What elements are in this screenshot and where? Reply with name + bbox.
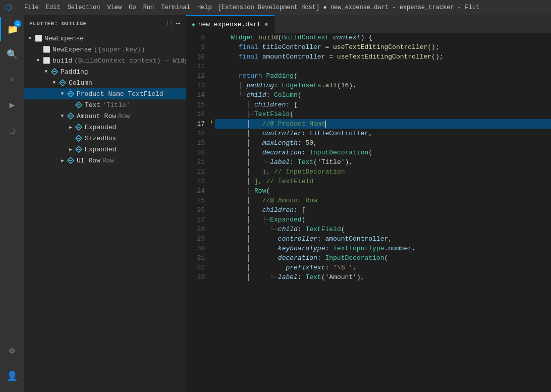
token: label <box>270 157 290 167</box>
sidebar-header-icons[interactable]: □ ⋯ <box>168 19 181 28</box>
tree-icon-6 <box>75 101 83 109</box>
token: : <box>302 129 310 138</box>
token: │ <box>239 225 270 234</box>
menu-item-selection[interactable]: Selection <box>68 4 100 11</box>
token: , <box>388 234 392 244</box>
token: , <box>313 138 317 148</box>
menu-item-go[interactable]: Go <box>129 4 136 11</box>
account-icon: 👤 <box>7 370 18 381</box>
tree-arrow-0[interactable]: ▶ <box>26 34 34 42</box>
sidebar-more-icon[interactable]: ⋯ <box>176 19 181 28</box>
token: prefixText <box>286 263 325 272</box>
line-num-16: 16 <box>188 109 205 119</box>
tree-label-0: NewExpense <box>44 35 84 42</box>
token: ( <box>368 148 372 157</box>
tree-icon-7 <box>67 112 75 120</box>
code-line-28: │ └─child: TextField( <box>215 225 551 234</box>
tree-item-6[interactable]: ▶Text'Title' <box>24 99 186 110</box>
token <box>215 196 239 205</box>
tree-item-3[interactable]: ▶Padding <box>24 66 186 77</box>
tree-item-0[interactable]: ▶⬜NewExpense <box>24 33 186 44</box>
tree-icon-11 <box>67 156 75 164</box>
token: ( <box>278 33 282 42</box>
token: titleController <box>262 42 325 52</box>
tree-item-1[interactable]: ▶⬜NewExpense({super.key}) <box>24 44 186 55</box>
token: 50 <box>305 138 313 148</box>
code-line-25: │ //@ Amount Row <box>215 196 551 205</box>
token: number <box>388 244 412 253</box>
vscode-icon: ⬡ <box>5 3 12 13</box>
activity-extensions[interactable]: ❏ <box>0 118 24 142</box>
activity-scm[interactable]: ⚛ <box>0 68 24 92</box>
code-line-8: Widget build(BuildContext context) { <box>215 33 551 42</box>
activity-debug[interactable]: ▶ <box>0 93 24 117</box>
tab-label: new_expense.dart <box>198 21 261 28</box>
code-line-16: ├─TextField( <box>215 109 551 119</box>
token <box>215 253 239 263</box>
activity-search[interactable]: 🔍 <box>0 42 24 67</box>
token <box>215 42 239 52</box>
token: final <box>239 52 262 62</box>
tree-item-9[interactable]: ▶SizedBox <box>24 133 186 144</box>
token: └─ <box>270 225 278 234</box>
token: ( <box>298 90 302 100</box>
tree-icon-2: ⬜ <box>42 57 50 65</box>
title-bar: ⬡ FileEditSelectionViewGoRunTerminalHelp… <box>0 0 551 15</box>
tree-item-2[interactable]: ▶⬜build(BuildContext context) → Widget <box>24 55 186 66</box>
tree-arrow-11[interactable]: ▶ <box>59 156 67 164</box>
sidebar-split-icon[interactable]: □ <box>168 19 172 28</box>
token: │ <box>239 196 254 205</box>
menu-item-terminal[interactable]: Terminal <box>161 4 190 11</box>
activity-explorer[interactable]: 📁 1 <box>0 17 24 41</box>
sidebar-title: FLUTTER: OUTLINE <box>29 21 87 27</box>
code-line-26: │ children: [ <box>215 205 551 215</box>
tree-arrow-8[interactable]: ▶ <box>67 123 75 131</box>
code-line-30: │ keyboardType: TextInputType.number, <box>215 244 551 253</box>
token: TextInputType <box>333 244 384 253</box>
menu-bar[interactable]: FileEditSelectionViewGoRunTerminalHelp <box>24 4 212 11</box>
tree-label-1: NewExpense({super.key}) <box>52 46 145 53</box>
token: Padding <box>266 71 294 81</box>
token <box>278 263 286 272</box>
token: │ <box>239 81 247 90</box>
token: │ <box>239 244 278 253</box>
tree-label-4: Column <box>69 79 92 87</box>
tree-item-8[interactable]: ▶Expanded <box>24 122 186 133</box>
token: ( <box>294 71 298 81</box>
token: TextField <box>305 225 341 234</box>
tree-item-4[interactable]: ▶Column <box>24 77 186 88</box>
tree-item-10[interactable]: ▶Expanded <box>24 144 186 155</box>
tab-modified-dot[interactable]: ● <box>264 20 268 28</box>
token: return <box>239 71 266 81</box>
activity-account[interactable]: 👤 <box>0 364 24 388</box>
tree-arrow-5[interactable]: ▶ <box>59 90 67 98</box>
tree-arrow-2[interactable]: ▶ <box>34 57 42 65</box>
token: : <box>317 234 325 244</box>
tree-arrow-10[interactable]: ▶ <box>67 145 75 153</box>
tree-arrow-3[interactable]: ▶ <box>42 68 50 76</box>
tree-item-5[interactable]: ▶Product Name TextField <box>24 88 186 99</box>
tree-arrow-7[interactable]: ▶ <box>59 112 67 120</box>
token: (16), <box>337 81 357 90</box>
activity-remote[interactable]: ⚙ <box>0 339 24 363</box>
line-num-17: 17 <box>188 119 205 129</box>
menu-item-edit[interactable]: Edit <box>46 4 61 11</box>
token: │ <box>239 157 262 167</box>
menu-item-help[interactable]: Help <box>197 4 212 11</box>
menu-item-run[interactable]: Run <box>143 4 154 11</box>
code-content[interactable]: Widget build(BuildContext context) { fin… <box>211 33 551 392</box>
menu-item-file[interactable]: File <box>24 4 39 11</box>
code-line-15: │ children: [ <box>215 100 551 109</box>
tab-new-expense[interactable]: ◆ new_expense.dart ● <box>186 15 274 33</box>
lightbulb-icon[interactable]: 💡 <box>211 119 213 129</box>
token: ( <box>302 215 306 225</box>
tree-item-11[interactable]: ▶UI RowRow <box>24 155 186 166</box>
tree-arrow-4[interactable]: ▶ <box>50 79 59 87</box>
extensions-icon: ❏ <box>10 125 15 136</box>
tree-item-7[interactable]: ▶Amount RowRow <box>24 110 186 122</box>
window-title: [Extension Development Host] ● new_expen… <box>218 4 479 11</box>
menu-item-view[interactable]: View <box>107 4 122 11</box>
editor-area: ◆ new_expense.dart ● 8910111213141516171… <box>186 15 551 392</box>
token: │ <box>239 253 278 263</box>
token: │ <box>239 263 278 272</box>
